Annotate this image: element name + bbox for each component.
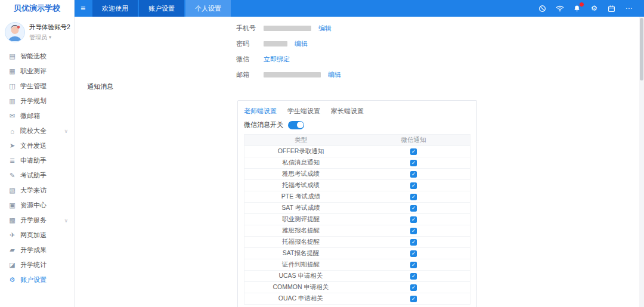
edit-link[interactable]: 编辑 bbox=[295, 39, 308, 48]
exam-helper-icon: ✎ bbox=[8, 172, 17, 179]
notify-type-cell: 托福报名提醒 bbox=[244, 238, 357, 246]
notify-check-cell: ✓ bbox=[357, 182, 470, 189]
hamburger-menu-icon[interactable]: ≡ bbox=[75, 4, 91, 13]
mail-icon: ✉ bbox=[8, 112, 17, 120]
calendar-icon[interactable] bbox=[607, 4, 616, 13]
notify-tab-3[interactable]: 家长端设置 bbox=[331, 107, 364, 116]
wechat-message-switch[interactable] bbox=[288, 121, 304, 129]
notification-settings-panel: 老师端设置学生端设置家长端设置 微信消息开关 类型微信通知 OFFER录取通知✓… bbox=[237, 100, 477, 307]
notify-tab-1[interactable]: 老师端设置 bbox=[244, 107, 277, 116]
sidebar-item-gear[interactable]: ⚙账户设置 bbox=[0, 272, 74, 287]
sidebar-item-apply-helper[interactable]: ≣申请助手 bbox=[0, 153, 74, 168]
stats-icon: ◪ bbox=[8, 261, 17, 269]
sidebar-item-label: 申请助手 bbox=[20, 156, 47, 165]
chevron-down-icon: ▾ bbox=[49, 35, 51, 40]
notify-type-cell: 证件到期提醒 bbox=[244, 261, 357, 269]
user-role-dropdown[interactable]: 管理员 ▾ bbox=[29, 33, 69, 42]
table-header-cell: 类型 bbox=[244, 136, 357, 144]
more-icon[interactable]: ⋯ bbox=[624, 4, 633, 13]
table-row: OFFER录取通知✓ bbox=[244, 146, 470, 157]
wechat-notify-checkbox[interactable]: ✓ bbox=[410, 194, 417, 200]
scrollbar-track[interactable] bbox=[639, 17, 644, 307]
notify-type-cell: OFFER录取通知 bbox=[244, 147, 357, 156]
section-label-notify: 通知消息 bbox=[87, 82, 113, 91]
bind-now-link[interactable]: 立即绑定 bbox=[264, 55, 290, 64]
user-meta: 升导体验账号2 管理员 ▾ bbox=[29, 23, 69, 42]
field-label: 邮箱 bbox=[236, 70, 264, 79]
students-icon: ◫ bbox=[8, 82, 17, 90]
notify-tabs: 老师端设置学生端设置家长端设置 bbox=[244, 106, 470, 120]
notify-check-cell: ✓ bbox=[357, 239, 470, 246]
sidebar-item-visit[interactable]: ▧大学来访 bbox=[0, 183, 74, 198]
wechat-notify-checkbox[interactable]: ✓ bbox=[410, 160, 417, 166]
settings-gear-icon[interactable]: ⚙ bbox=[590, 4, 599, 13]
sidebar-item-students[interactable]: ◫学生管理 bbox=[0, 79, 74, 94]
sidebar-item-mail[interactable]: ✉微邮箱 bbox=[0, 108, 74, 123]
wechat-notify-checkbox[interactable]: ✓ bbox=[410, 216, 417, 223]
notify-check-cell: ✓ bbox=[357, 160, 470, 166]
tab-3[interactable]: 个人设置 bbox=[185, 0, 231, 17]
notify-type-cell: COMMON 申请相关 bbox=[244, 283, 357, 292]
account-field-row: 手机号编辑 bbox=[236, 23, 332, 33]
wechat-notify-checkbox[interactable]: ✓ bbox=[410, 250, 417, 257]
scrollbar-thumb[interactable] bbox=[640, 18, 643, 80]
redacted-value bbox=[264, 72, 321, 77]
wechat-notify-checkbox[interactable]: ✓ bbox=[410, 182, 417, 189]
sidebar-item-service[interactable]: ▩升学服务∨ bbox=[0, 213, 74, 228]
table-row: COMMON 申请相关✓ bbox=[244, 282, 470, 293]
tab-2[interactable]: 账户设置 bbox=[139, 0, 184, 17]
redacted-value bbox=[264, 41, 287, 46]
edit-link[interactable]: 编辑 bbox=[318, 24, 332, 33]
wifi-icon[interactable] bbox=[555, 4, 564, 13]
notify-check-cell: ✓ bbox=[357, 296, 470, 302]
tab-1[interactable]: 欢迎使用 bbox=[92, 0, 138, 17]
user-block[interactable]: 升导体验账号2 管理员 ▾ bbox=[0, 17, 74, 46]
table-row: PTE 考试成绩✓ bbox=[244, 191, 470, 203]
wechat-notify-checkbox[interactable]: ✓ bbox=[410, 228, 417, 234]
table-row: 雅思考试成绩✓ bbox=[244, 169, 470, 180]
sidebar-item-file-send[interactable]: ➤文件发送 bbox=[0, 138, 74, 153]
sidebar-item-results[interactable]: ▰升学成果 bbox=[0, 243, 74, 258]
notify-check-cell: ✓ bbox=[357, 205, 470, 212]
notify-table: 类型微信通知 OFFER录取通知✓私信消息通知✓雅思考试成绩✓托福考试成绩✓PT… bbox=[244, 134, 470, 305]
account-field-row: 邮箱编辑 bbox=[236, 70, 341, 79]
sidebar-item-school[interactable]: ▤智能选校 bbox=[0, 49, 74, 64]
apply-helper-icon: ≣ bbox=[8, 157, 17, 165]
sidebar-item-resource[interactable]: ▣资源中心 bbox=[0, 198, 74, 213]
sidebar-item-label: 大学来访 bbox=[20, 186, 47, 195]
wechat-notify-checkbox[interactable]: ✓ bbox=[410, 171, 417, 178]
topbar-icons: ⚙ ⋯ bbox=[538, 4, 644, 13]
wechat-notify-checkbox[interactable]: ✓ bbox=[410, 296, 417, 302]
gear-icon: ⚙ bbox=[8, 276, 17, 284]
notify-tab-2[interactable]: 学生端设置 bbox=[287, 107, 320, 116]
sidebar-item-planning[interactable]: ▥升学规划 bbox=[0, 94, 74, 108]
notify-table-body: OFFER录取通知✓私信消息通知✓雅思考试成绩✓托福考试成绩✓PTE 考试成绩✓… bbox=[244, 146, 470, 305]
notify-type-cell: SAT报名提醒 bbox=[244, 249, 357, 258]
wechat-notify-checkbox[interactable]: ✓ bbox=[410, 262, 417, 268]
avatar bbox=[5, 22, 25, 42]
sidebar-item-college[interactable]: ⌂院校大全∨ bbox=[0, 123, 74, 138]
notify-check-cell: ✓ bbox=[357, 273, 470, 280]
sidebar-item-label: 网页加速 bbox=[20, 231, 47, 240]
notify-type-cell: PTE 考试成绩 bbox=[244, 193, 357, 201]
wechat-notify-checkbox[interactable]: ✓ bbox=[410, 239, 417, 246]
sidebar-item-career-test[interactable]: ▦职业测评 bbox=[0, 64, 74, 79]
wechat-notify-checkbox[interactable]: ✓ bbox=[410, 273, 417, 280]
table-row: SAT报名提醒✓ bbox=[244, 248, 470, 259]
user-role-label: 管理员 bbox=[29, 33, 47, 42]
topbar-tabs: 欢迎使用账户设置个人设置 bbox=[92, 0, 232, 17]
block-circle-icon[interactable] bbox=[538, 4, 547, 13]
wechat-switch-row: 微信消息开关 bbox=[244, 120, 470, 134]
edit-link[interactable]: 编辑 bbox=[328, 70, 341, 79]
main-content: 手机号编辑密码编辑微信立即绑定邮箱编辑 通知消息 老师端设置学生端设置家长端设置… bbox=[75, 17, 639, 307]
field-label: 密码 bbox=[236, 39, 264, 48]
sidebar-item-label: 考试助手 bbox=[20, 171, 47, 180]
wechat-notify-checkbox[interactable]: ✓ bbox=[410, 205, 417, 212]
sidebar-item-stats[interactable]: ◪升学统计 bbox=[0, 258, 74, 272]
notification-bell-icon[interactable] bbox=[572, 4, 581, 13]
wechat-notify-checkbox[interactable]: ✓ bbox=[410, 148, 417, 155]
sidebar-item-speed[interactable]: ✈网页加速 bbox=[0, 228, 74, 243]
sidebar-item-exam-helper[interactable]: ✎考试助手 bbox=[0, 168, 74, 183]
notify-check-cell: ✓ bbox=[357, 262, 470, 268]
wechat-notify-checkbox[interactable]: ✓ bbox=[410, 284, 417, 291]
